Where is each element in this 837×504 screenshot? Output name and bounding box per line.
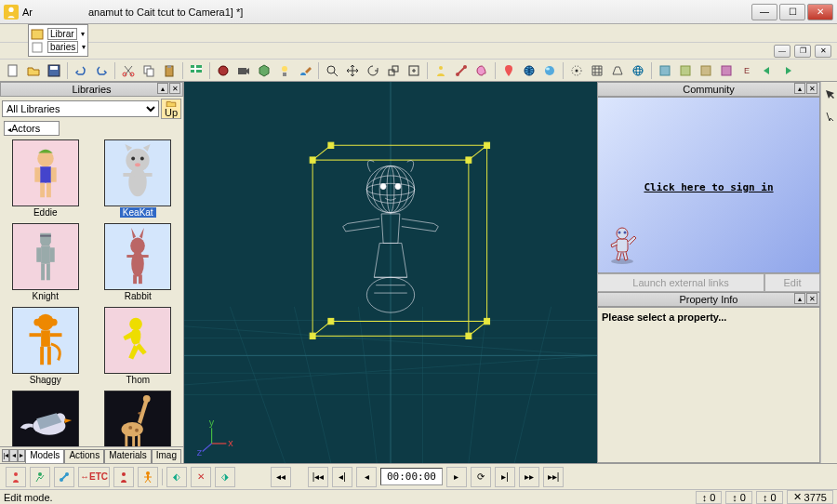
prev-button[interactable] [758, 61, 777, 80]
mode-figure-button[interactable] [138, 467, 158, 487]
key-back-button[interactable]: ⬖ [166, 467, 187, 487]
tool-c-button[interactable] [697, 61, 715, 80]
mode-anim-button[interactable] [30, 467, 50, 487]
key-forward-button[interactable]: ⬗ [215, 467, 235, 487]
snap-button[interactable] [567, 61, 586, 80]
svg-point-28 [546, 67, 550, 70]
location-button[interactable] [499, 61, 518, 80]
mode-bone-button[interactable] [54, 467, 74, 487]
paste-button[interactable] [160, 61, 179, 80]
copy-button[interactable] [140, 61, 158, 80]
open-button[interactable] [24, 61, 43, 80]
mdi-restore-button[interactable]: ❐ [794, 45, 811, 58]
actor-button[interactable] [432, 61, 450, 80]
svg-rect-5 [50, 66, 58, 70]
next-frame-button[interactable]: ▸| [495, 467, 515, 487]
flag-button[interactable] [187, 61, 206, 80]
mdi-close-button[interactable]: ✕ [815, 45, 831, 58]
play-button[interactable]: ▸ [446, 467, 467, 487]
launch-links-button[interactable]: Launch external links [597, 273, 764, 292]
library-item-shaggy[interactable]: Shaggy [4, 307, 87, 385]
delete-key-button[interactable]: ✕ [191, 467, 211, 487]
tool-e-button[interactable]: E [737, 61, 756, 80]
light-button[interactable] [275, 61, 294, 80]
tool-a-button[interactable] [656, 61, 674, 80]
library-item-rabbit[interactable]: Rabbit [97, 223, 180, 301]
tab-scroll-first[interactable]: |◂ [2, 449, 9, 462]
panel-close-button[interactable]: ✕ [169, 83, 180, 94]
perspective-button[interactable] [608, 61, 627, 80]
minimize-button[interactable]: — [751, 4, 777, 20]
cut-button[interactable] [119, 61, 138, 80]
status-field-4: ✕ 3775 [787, 490, 833, 504]
sphere-button[interactable] [540, 61, 559, 80]
mode-etc-button[interactable]: ↔ETC [78, 467, 110, 487]
pick-tool-button[interactable] [820, 108, 838, 126]
palette-button[interactable] [472, 61, 491, 80]
library-selector[interactable]: All Libraries [2, 100, 159, 117]
community-close-button[interactable]: ✕ [806, 83, 817, 94]
svg-point-47 [140, 157, 144, 161]
tool-d-button[interactable] [717, 61, 736, 80]
svg-rect-35 [681, 66, 690, 75]
tab-scroll-prev[interactable]: ◂ [9, 449, 17, 462]
goto-start-button[interactable]: |◂◂ [308, 467, 328, 487]
loop-button[interactable]: ⟳ [471, 467, 491, 487]
globe-button[interactable] [520, 61, 538, 80]
zoom-fit-button[interactable] [405, 61, 423, 80]
community-pin-button[interactable]: ▴ [794, 83, 805, 94]
property-pin-button[interactable]: ▴ [794, 293, 805, 304]
tab-materials[interactable]: Materials [104, 449, 152, 463]
step-back-button[interactable]: ◂| [332, 467, 352, 487]
timecode-display[interactable]: 00:00:00 [380, 468, 443, 485]
tab-scroll-next[interactable]: ▸ [18, 449, 25, 462]
new-button[interactable] [4, 61, 22, 80]
tab-actions[interactable]: Actions [64, 449, 104, 463]
svg-rect-70 [47, 347, 51, 365]
model-button[interactable] [255, 61, 273, 80]
library-item-keakat[interactable]: KeaKat [97, 139, 180, 218]
next-button[interactable] [778, 61, 797, 80]
rotate-button[interactable] [364, 61, 382, 80]
mode-person2-button[interactable] [113, 467, 134, 487]
goto-end-button[interactable]: ▸▸| [543, 467, 564, 487]
maximize-button[interactable]: ☐ [779, 4, 805, 20]
render-button[interactable] [214, 61, 232, 80]
wireframe-button[interactable] [629, 61, 647, 80]
svg-point-81 [139, 412, 141, 415]
sign-in-link[interactable]: Click here to sign in [598, 181, 819, 193]
undo-button[interactable] [72, 61, 90, 80]
zoom-button[interactable] [323, 61, 341, 80]
library-item-goose[interactable]: Goose [4, 391, 87, 446]
bone-button[interactable] [452, 61, 471, 80]
redo-button[interactable] [92, 61, 111, 80]
camera-button[interactable] [234, 61, 253, 80]
mode-person-button[interactable] [6, 467, 26, 487]
play-reverse-button[interactable]: ◂◂ [271, 467, 291, 487]
grid-toggle-button[interactable] [588, 61, 606, 80]
library-item-thom[interactable]: Thom [97, 307, 180, 385]
library-item-eddie[interactable]: Eddie [4, 139, 87, 218]
step-fwd-button[interactable]: ▸▸ [519, 467, 539, 487]
tab-imag[interactable]: Imag [152, 449, 181, 463]
tab-models[interactable]: Models [25, 449, 64, 463]
prev-frame-button[interactable]: ◂ [356, 467, 377, 487]
property-close-button[interactable]: ✕ [806, 293, 817, 304]
scale-button[interactable] [384, 61, 403, 80]
tool-b-button[interactable] [676, 61, 695, 80]
library-item-giraffe[interactable]: giraffe [97, 391, 180, 446]
move-button[interactable] [343, 61, 362, 80]
library-item-knight[interactable]: Knight [4, 223, 87, 301]
library-dropdown-overlay[interactable]: Librar▾ baries▾ [28, 24, 88, 57]
save-button[interactable] [45, 61, 63, 80]
mdi-minimize-button[interactable]: — [774, 45, 790, 58]
panel-pin-button[interactable]: ▴ [157, 83, 168, 94]
up-folder-button[interactable]: Up [161, 99, 181, 119]
community-edit-button[interactable]: Edit [764, 273, 820, 292]
close-button[interactable]: ✕ [807, 4, 833, 20]
svg-rect-62 [139, 274, 142, 284]
arrow-tool-button[interactable] [820, 86, 838, 104]
svg-rect-66 [41, 330, 50, 347]
paint-button[interactable] [296, 61, 314, 80]
3d-viewport[interactable]: x y z [184, 82, 597, 463]
